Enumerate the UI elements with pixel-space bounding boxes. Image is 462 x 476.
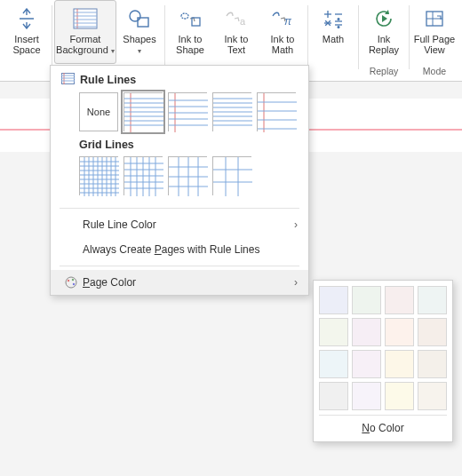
no-color-item[interactable]: No Color: [319, 417, 447, 440]
page-color-swatch-8[interactable]: [319, 350, 348, 378]
dropdown-separator: [60, 208, 299, 209]
page-color-swatch-4[interactable]: [319, 318, 348, 346]
page-color-swatch-7[interactable]: [418, 318, 447, 346]
format-background-button[interactable]: FormatBackground ▾: [54, 0, 116, 64]
format-background-label: FormatBackground ▾: [56, 34, 115, 57]
shapes-button[interactable]: Shapes▾: [116, 0, 163, 64]
rule-swatch-wide-blue[interactable]: [212, 92, 251, 131]
grid-swatch-medium[interactable]: [123, 156, 163, 195]
svg-point-101: [73, 283, 75, 285]
svg-point-20: [338, 19, 339, 20]
ink-to-shape-icon: [179, 6, 202, 31]
page-color-swatch-10[interactable]: [385, 350, 414, 378]
page-color-swatch-15[interactable]: [418, 382, 447, 410]
always-create-pages-item[interactable]: Always Create Pages with Rule Lines: [51, 237, 308, 262]
page-color-swatch-3[interactable]: [418, 286, 447, 314]
grid-lines-swatches: [79, 156, 298, 195]
ink-to-math-button[interactable]: π Ink toMath: [259, 0, 306, 64]
full-page-view-icon: [424, 6, 445, 31]
ink-to-shape-button[interactable]: Ink toShape: [167, 0, 213, 64]
page-color-swatch-1[interactable]: [352, 286, 381, 314]
grid-lines-heading-text: Grid Lines: [79, 139, 134, 151]
svg-rect-93: [213, 157, 252, 196]
ink-to-math-icon: π: [271, 6, 294, 31]
full-page-view-label: Full PageView: [414, 34, 455, 55]
math-icon: [323, 6, 344, 31]
ink-replay-icon: [373, 6, 394, 31]
format-background-dropdown: Rule Lines None Grid Lines: [50, 65, 309, 296]
rule-lines-heading: Rule Lines: [79, 73, 298, 87]
page-color-icon: [63, 276, 79, 289]
svg-rect-58: [80, 157, 119, 196]
group-replay-label: Replay: [361, 65, 407, 81]
shapes-icon: [128, 6, 151, 31]
page-color-swatch-0[interactable]: [319, 286, 348, 314]
page-color-swatch-13[interactable]: [352, 382, 381, 410]
grid-swatch-large[interactable]: [168, 156, 207, 195]
page-color-swatch-6[interactable]: [385, 318, 414, 346]
grid-swatch-small[interactable]: [79, 156, 118, 195]
svg-point-98: [66, 277, 76, 288]
ink-replay-label: InkReplay: [369, 34, 399, 55]
ribbon-separator: [52, 5, 52, 69]
dropdown-separator: [60, 266, 299, 266]
insert-space-button[interactable]: InsertSpace: [4, 0, 50, 64]
svg-text:a: a: [240, 16, 246, 27]
svg-point-99: [68, 280, 69, 282]
ribbon-separator: [164, 5, 165, 69]
rule-line-color-item[interactable]: Rule Line Color ›: [51, 212, 308, 237]
grid-swatch-xlarge[interactable]: [212, 156, 251, 195]
ribbon-separator: [307, 5, 308, 69]
svg-rect-9: [192, 18, 200, 26]
chevron-down-icon: ▾: [138, 47, 141, 55]
always-create-label: Always Create Pages with Rule Lines: [83, 243, 259, 256]
page-color-swatch-5[interactable]: [352, 318, 381, 346]
rule-swatch-narrow-red[interactable]: [168, 92, 207, 131]
page-color-swatch-12[interactable]: [319, 382, 348, 410]
svg-point-21: [338, 27, 339, 28]
rule-swatch-wide-red[interactable]: [257, 92, 296, 131]
insert-space-icon: [17, 6, 36, 31]
format-background-icon: [73, 6, 98, 31]
insert-space-label: InsertSpace: [12, 34, 40, 55]
page-color-swatch-2[interactable]: [385, 286, 414, 314]
rule-swatch-narrow-blue[interactable]: [123, 92, 163, 131]
page-color-flyout: No Color: [313, 280, 453, 442]
group-mode-label: Mode: [411, 65, 458, 81]
rule-lines-swatches: None: [79, 92, 298, 131]
ink-to-shape-label: Ink toShape: [176, 34, 204, 55]
grid-lines-heading: Grid Lines: [79, 139, 298, 151]
svg-text:π: π: [284, 15, 292, 28]
page-color-swatch-11[interactable]: [418, 350, 447, 378]
ink-replay-button[interactable]: InkReplay: [361, 0, 407, 64]
rule-lines-icon: [61, 73, 75, 87]
ink-to-math-label: Ink toMath: [271, 34, 295, 55]
page-color-swatch-9[interactable]: [352, 350, 381, 378]
flyout-separator: [319, 415, 447, 416]
rule-swatch-none[interactable]: None: [79, 92, 118, 131]
shapes-label: Shapes▾: [123, 34, 155, 57]
page-color-swatch-14[interactable]: [385, 382, 414, 410]
page-color-label: Page Color: [83, 276, 136, 289]
math-button[interactable]: Math: [310, 0, 356, 64]
page-color-grid: [319, 286, 447, 410]
page-color-item[interactable]: Page Color ›: [51, 270, 308, 295]
svg-point-7: [130, 11, 140, 21]
chevron-down-icon: ▾: [111, 47, 115, 55]
ink-to-text-button[interactable]: a Ink toText: [213, 0, 259, 64]
math-label: Math: [323, 34, 344, 44]
ribbon-separator: [358, 5, 359, 69]
ribbon-separator: [409, 5, 410, 69]
full-page-view-button[interactable]: Full PageView: [411, 0, 458, 64]
chevron-right-icon: ›: [294, 218, 298, 231]
chevron-right-icon: ›: [294, 276, 298, 289]
ink-to-text-label: Ink toText: [225, 34, 249, 55]
svg-rect-44: [213, 93, 252, 132]
svg-point-100: [72, 279, 74, 281]
rule-lines-heading-text: Rule Lines: [80, 74, 136, 86]
rule-line-color-label: Rule Line Color: [83, 218, 156, 231]
ink-to-text-icon: a: [225, 6, 248, 31]
